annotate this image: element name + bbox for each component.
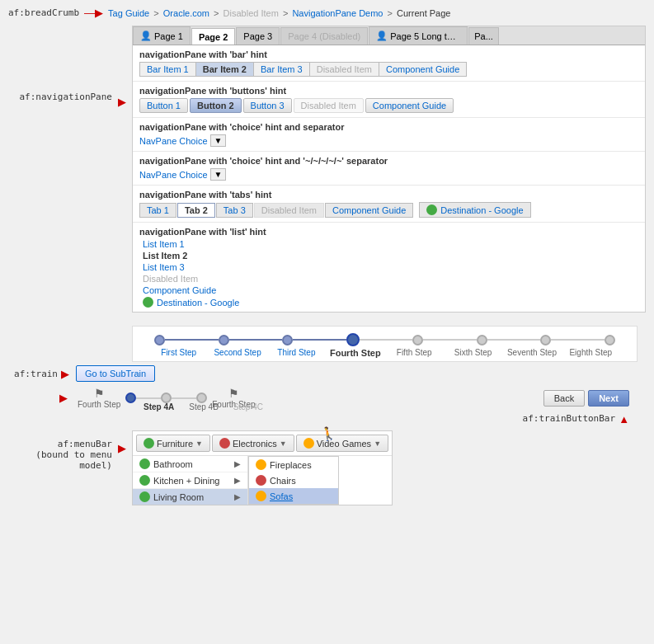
- menu-top-electronics[interactable]: Electronics ▼: [212, 435, 294, 452]
- button-nav-2[interactable]: Button 2: [190, 98, 242, 113]
- videogames-label: Video Games: [317, 439, 371, 449]
- button-items-container: Button 1 Button 2 Button 3 Disabled Item…: [139, 98, 638, 113]
- nav-section-tabs: navigationPane with 'tabs' hint Tab 1 Ta…: [133, 186, 645, 223]
- list-destination[interactable]: Destination - Google: [143, 297, 635, 308]
- breadcrumb-sep: >: [384, 8, 395, 18]
- furniture-icon: [144, 438, 154, 449]
- sub-step-4a-label: Step 4A: [144, 402, 174, 411]
- electronics-icon: [219, 438, 230, 449]
- breadcrumb-item-oracle[interactable]: Oracle.com: [163, 8, 209, 18]
- tab-destination-google[interactable]: Destination - Google: [419, 202, 530, 218]
- tab-item-1[interactable]: Tab 1: [139, 203, 176, 218]
- sub-node-4a[interactable]: [125, 393, 136, 403]
- button-nav-1[interactable]: Button 1: [139, 98, 188, 113]
- page-tab-1[interactable]: 👤 Page 1: [133, 26, 191, 45]
- page-tab-2-label: Page 2: [199, 32, 228, 42]
- tab-item-disabled: Disabled Item: [254, 203, 324, 218]
- page-tab-3[interactable]: Page 3: [236, 27, 280, 45]
- category-living[interactable]: Living Room ▶: [133, 489, 247, 505]
- nav-section-list-title: navigationPane with 'list' hint: [139, 227, 638, 237]
- page-tab-5[interactable]: 👤 Page 5 Long text truncated: [369, 26, 468, 45]
- living-icon: [139, 491, 150, 502]
- fireplaces-label: Fireplaces: [270, 460, 312, 470]
- nav-section-buttons: navigationPane with 'buttons' hint Butto…: [133, 82, 645, 118]
- navigation-pane-panel: 👤 Page 1 Page 2 Page 3 Page 4 (Disabled)…: [132, 26, 646, 313]
- nav-section-list: navigationPane with 'list' hint List Ite…: [133, 223, 645, 312]
- page-tab-2[interactable]: Page 2: [191, 28, 235, 45]
- page-tabs-container: 👤 Page 1 Page 2 Page 3 Page 4 (Disabled)…: [133, 26, 645, 45]
- chairs-icon: [256, 475, 266, 486]
- train-label-1: First Step: [149, 348, 208, 358]
- tab-destination-label: Destination - Google: [440, 205, 523, 215]
- breadcrumb-item-tagguide[interactable]: Tag Guide: [108, 8, 149, 18]
- menu-top-furniture[interactable]: Furniture ▼: [136, 435, 210, 452]
- train-labels: First Step Second Step Third Step Fourth…: [146, 348, 623, 358]
- navpane-annotation-label: af:navigationPane: [8, 92, 112, 102]
- category-list: Bathroom ▶ Kitchen + Dining ▶ Living Roo…: [133, 456, 248, 505]
- bar-item-2[interactable]: Bar Item 2: [196, 63, 254, 76]
- navpane-annotation-arrow: ▶: [118, 96, 126, 108]
- menu-top-videogames[interactable]: Video Games ▼: [296, 435, 388, 452]
- breadcrumb-item-current: Current Page: [397, 8, 450, 18]
- choice1-dropdown[interactable]: ▼: [210, 134, 227, 147]
- bar-item-guide[interactable]: Component Guide: [379, 63, 466, 76]
- category-bathroom[interactable]: Bathroom ▶: [133, 456, 247, 472]
- person-icon: 👤: [140, 31, 152, 41]
- nav-section-choice1-title: navigationPane with 'choice' hint and se…: [139, 122, 638, 132]
- page-tab-1-label: Page 1: [154, 31, 183, 41]
- choice2-container: NavPane Choice ▼: [139, 168, 638, 181]
- videogames-arrow: ▼: [374, 440, 381, 448]
- sofas-label[interactable]: Sofas: [270, 491, 293, 501]
- submenu-fireplaces[interactable]: Fireplaces: [249, 457, 338, 472]
- back-button[interactable]: Back: [543, 390, 585, 407]
- choice1-container: NavPane Choice ▼: [139, 134, 638, 147]
- breadcrumb-sep: >: [280, 8, 291, 18]
- train-label-7: Seventh Step: [502, 348, 561, 358]
- menubar-annotation-label: af:menuBar (bound to menu model): [8, 439, 112, 471]
- train-node-4[interactable]: [346, 333, 360, 346]
- train-node-2[interactable]: [219, 335, 229, 346]
- next-button[interactable]: Next: [588, 390, 629, 407]
- choice2-dropdown[interactable]: ▼: [210, 168, 227, 181]
- nav-section-choice2: navigationPane with 'choice' hint and '~…: [133, 152, 645, 186]
- living-label: Living Room: [153, 492, 204, 502]
- nav-section-bar-title: navigationPane with 'bar' hint: [139, 49, 638, 59]
- sofas-icon: [256, 491, 266, 501]
- train-button-bar-annotation: af:trainButtonBar: [523, 413, 616, 425]
- list-item-guide[interactable]: Component Guide: [143, 285, 635, 295]
- button-nav-3[interactable]: Button 3: [243, 98, 292, 113]
- submenu-chairs[interactable]: Chairs: [249, 472, 338, 488]
- list-item-2[interactable]: List Item 2: [143, 251, 635, 261]
- list-item-1[interactable]: List Item 1: [143, 239, 635, 249]
- tab-item-2[interactable]: Tab 2: [177, 203, 215, 218]
- train-node-6[interactable]: [477, 335, 487, 346]
- page-tab-4-label: Page 4 (Disabled): [288, 31, 360, 41]
- category-kitchen[interactable]: Kitchen + Dining ▶: [133, 472, 247, 489]
- bar-item-3[interactable]: Bar Item 3: [254, 63, 310, 76]
- menubar-top-row: Furniture ▼ Electronics ▼ Video Games ▼: [133, 431, 392, 456]
- bar-item-1[interactable]: Bar Item 1: [140, 63, 196, 76]
- breadcrumb-item-disabled: Disabled Item: [223, 8, 279, 18]
- subtrain-arrow-label: ▶: [59, 392, 68, 404]
- page-tab-more[interactable]: Pa...: [468, 27, 499, 45]
- bathroom-icon: [139, 458, 150, 469]
- list-item-3[interactable]: List Item 3: [143, 262, 635, 272]
- page-tab-5-label: Page 5 Long text truncated: [390, 31, 460, 41]
- choice1-label: NavPane Choice: [139, 136, 208, 146]
- chairs-label: Chairs: [270, 476, 296, 486]
- living-submenu-arrow: ▶: [234, 492, 241, 501]
- train-node-7[interactable]: [540, 335, 551, 346]
- submenu-sofas[interactable]: Sofas: [249, 488, 338, 504]
- train-node-1[interactable]: [154, 335, 165, 346]
- nav-section-bar: navigationPane with 'bar' hint Bar Item …: [133, 45, 645, 82]
- button-nav-guide[interactable]: Component Guide: [365, 98, 454, 113]
- breadcrumb-item-navpane[interactable]: NavigationPane Demo: [292, 8, 383, 18]
- sub-flag-icon-end: ⚑: [228, 387, 239, 400]
- tab-item-guide[interactable]: Component Guide: [325, 203, 413, 218]
- goto-subtrain-button[interactable]: Go to SubTrain: [76, 365, 155, 382]
- train-node-8[interactable]: [605, 335, 615, 346]
- tab-item-3[interactable]: Tab 3: [216, 203, 253, 218]
- train-node-3[interactable]: [282, 335, 293, 346]
- train-node-5[interactable]: [412, 335, 423, 346]
- train-track-container: First Step Second Step Third Step Fourth…: [132, 326, 638, 362]
